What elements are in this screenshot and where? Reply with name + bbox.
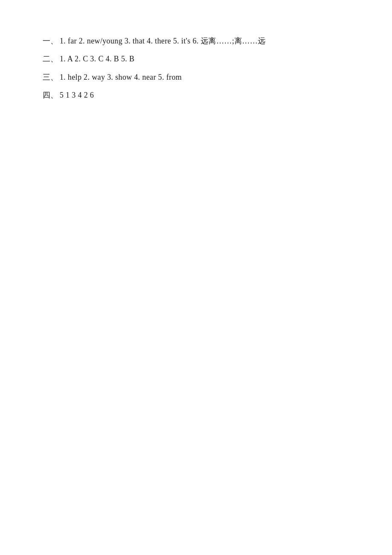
section-san-label: 三、 xyxy=(43,70,58,84)
section-san-line: 三、 1. help 2. way 3. show 4. near 5. fro… xyxy=(43,70,349,84)
section-er-content: 1. A 2. C 3. C 4. B 5. B xyxy=(60,52,135,66)
section-yi-line: 一、 1. far 2. new/young 3. that 4. there … xyxy=(43,34,349,48)
main-content: 一、 1. far 2. new/young 3. that 4. there … xyxy=(0,0,392,132)
section-er-label: 二、 xyxy=(43,52,58,66)
section-er-line: 二、 1. A 2. C 3. C 4. B 5. B xyxy=(43,52,349,66)
section-yi-label: 一、 xyxy=(43,34,58,48)
section-san-content: 1. help 2. way 3. show 4. near 5. from xyxy=(60,70,182,84)
section-yi-content: 1. far 2. new/young 3. that 4. there 5. … xyxy=(60,34,265,48)
section-si-line: 四、 5 1 3 4 2 6 xyxy=(43,88,349,102)
section-si-label: 四、 xyxy=(43,88,58,102)
section-si-content: 5 1 3 4 2 6 xyxy=(60,88,94,102)
